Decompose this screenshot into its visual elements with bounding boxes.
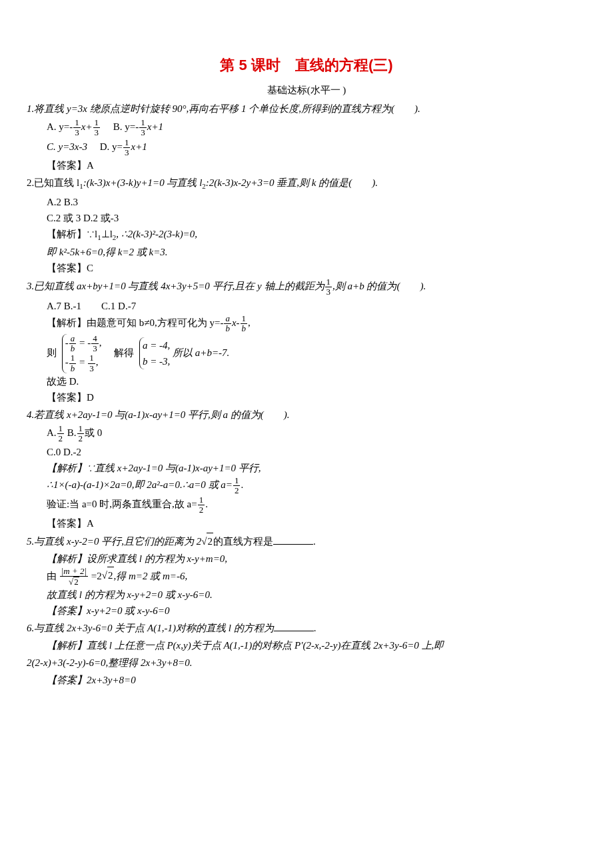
- q4-exp3: 验证:当 a=0 时,两条直线重合,故 a=12.: [47, 495, 586, 515]
- q2-exp2: 即 k²-5k+6=0,得 k=2 或 k=3.: [47, 244, 586, 260]
- question-1-stem: 1.将直线 y=3x 绕原点逆时针旋转 90°,再向右平移 1 个单位长度,所得…: [27, 101, 586, 117]
- q4-exp2: ∴1×(-a)-(a-1)×2a=0,即 2a²-a=0.∴a=0 或 a=12…: [47, 476, 586, 496]
- q3-system: 则 -ab = -43, -1b = 13, 解得 a = -4, b = -3…: [47, 334, 586, 373]
- q2-answer: 【答案】C: [47, 260, 586, 276]
- q1-options-row1: A. y=-13x+13 B. y=-13x+1: [47, 118, 586, 138]
- q1-options-row2: C. y=3x-3 D. y=13x+1: [47, 138, 586, 158]
- q4-options-row2: C.0 D.-2: [47, 444, 586, 460]
- question-5-stem: 5.与直线 x-y-2=0 平行,且它们的距离为 22的直线方程是.: [27, 533, 586, 549]
- lesson-title: 第 5 课时 直线的方程(三): [27, 53, 586, 77]
- fill-blank: [273, 534, 313, 545]
- q2-exp1: 【解析】∵l1⊥l2, ∴2(k-3)²-2(3-k)=0,: [47, 226, 586, 244]
- q5-answer: 【答案】x-y+2=0 或 x-y-6=0: [47, 603, 586, 619]
- q6-answer: 【答案】2x+3y+8=0: [47, 672, 586, 688]
- q2-options-row1: A.2 B.3: [47, 194, 586, 210]
- section-subtitle: 基础达标(水平一 ): [27, 82, 586, 98]
- q5-exp2: 由 |m + 2|2 =22,得 m=2 或 m=-6,: [47, 567, 586, 587]
- question-2-stem: 2.已知直线 l1:(k-3)x+(3-k)y+1=0 与直线 l2:2(k-3…: [27, 175, 586, 193]
- q3-exp1: 【解析】由题意可知 b≠0,方程可化为 y=-abx-1b,: [47, 314, 586, 334]
- q4-exp1: 【解析】∵直线 x+2ay-1=0 与(a-1)x-ay+1=0 平行,: [47, 460, 586, 476]
- q6-exp2: 2(2-x)+3(-2-y)-6=0,整理得 2x+3y+8=0.: [27, 655, 586, 671]
- q3-options: A.7 B.-1 C.1 D.-7: [47, 298, 586, 314]
- q4-options-row1: A.12 B.12或 0: [47, 424, 586, 444]
- q2-options-row2: C.2 或 3 D.2 或-3: [47, 210, 586, 226]
- q4-answer: 【答案】A: [47, 515, 586, 531]
- fill-blank: [274, 621, 314, 631]
- question-6-stem: 6.与直线 2x+3y-6=0 关于点 A(1,-1)对称的直线 l 的方程为.: [27, 620, 586, 636]
- q1-answer: 【答案】A: [47, 157, 586, 173]
- q5-exp3: 故直线 l 的方程为 x-y+2=0 或 x-y-6=0.: [47, 587, 586, 603]
- question-4-stem: 4.若直线 x+2ay-1=0 与(a-1)x-ay+1=0 平行,则 a 的值…: [27, 407, 586, 423]
- question-3-stem: 3.已知直线 ax+by+1=0 与直线 4x+3y+5=0 平行,且在 y 轴…: [27, 277, 586, 297]
- q3-answer: 【答案】D: [47, 389, 586, 405]
- q5-exp1: 【解析】设所求直线 l 的方程为 x-y+m=0,: [47, 551, 586, 567]
- q6-exp1: 【解析】直线 l 上任意一点 P(x,y)关于点 A(1,-1)的对称点 P'(…: [47, 637, 586, 653]
- q3-exp3: 故选 D.: [47, 373, 586, 389]
